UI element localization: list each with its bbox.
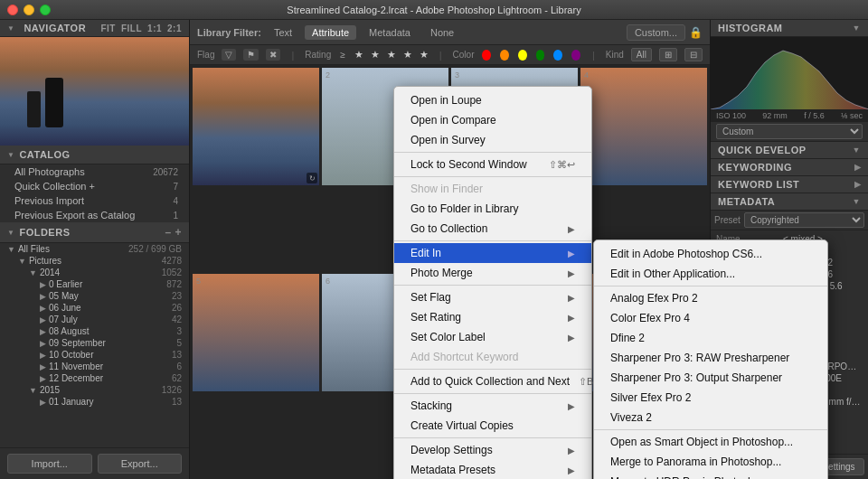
submenu-sharpener-output[interactable]: Sharpener Pro 3: Output Sharpener [594,368,827,388]
menu-go-to-collection[interactable]: Go to Collection ▶ [394,219,591,239]
submenu-analog-efex[interactable]: Analog Efex Pro 2 [594,288,827,308]
photo-cell-1[interactable]: 1 ↻ [193,68,319,185]
folder-0-earlier[interactable]: ▶ 0 Earlier 872 [0,278,189,290]
submenu-merge-panorama[interactable]: Merge to Panorama in Photoshop... [594,452,827,472]
menu-sep-6 [394,393,591,394]
filter-tab-none[interactable]: None [423,25,461,40]
menu-go-to-folder[interactable]: Go to Folder in Library [394,199,591,219]
catalog-prev-import[interactable]: Previous Import 4 [0,193,189,208]
menu-open-survey[interactable]: Open in Survey [394,130,591,150]
folder-10-october[interactable]: ▶ 10 October 13 [0,349,189,361]
menu-create-virtual-copies[interactable]: Create Virtual Copies [394,416,591,436]
folders-section: ▼ Folders – + ▼ All Files 252 / 699 GB ▼… [0,222,189,447]
quick-develop-header[interactable]: Quick Develop ▼ [711,142,868,159]
menu-stacking[interactable]: Stacking ▶ [394,396,591,416]
attr-star-1[interactable]: ★ [354,49,363,61]
attr-color-blue[interactable] [553,50,562,61]
catalog-prev-export[interactable]: Previous Export as Catalog 1 [0,208,189,222]
attr-kind-master[interactable]: ⊞ [659,48,677,61]
attr-star-5[interactable]: ★ [420,49,429,61]
zoom-2-1[interactable]: 2:1 [167,23,182,33]
keywording-header[interactable]: Keywording ▶ [711,159,868,176]
catalog-quick-collection[interactable]: Quick Collection + 7 [0,179,189,193]
filter-tab-text[interactable]: Text [267,25,299,40]
menu-photo-merge[interactable]: Photo Merge ▶ [394,263,591,283]
histogram-header[interactable]: Histogram ▼ [711,20,868,37]
menu-open-loupe[interactable]: Open in Loupe [394,90,591,110]
metadata-header[interactable]: Metadata ▼ [711,193,868,211]
attr-flag-rejected[interactable]: ✖ [266,49,280,61]
keyword-list-label: Keyword List [718,179,799,190]
maximize-button[interactable] [40,5,51,15]
metadata-preset-select[interactable]: Copyrighted [744,212,864,228]
attr-color-yellow[interactable] [518,50,527,61]
submenu-viveza[interactable]: Viveza 2 [594,408,827,427]
folder-2015[interactable]: ▼ 2015 1326 [0,384,189,396]
navigator-thumbnail [0,37,189,146]
menu-open-compare[interactable]: Open in Compare [394,110,591,130]
attr-color-green[interactable] [536,50,545,61]
import-button[interactable]: Import... [7,454,92,474]
attr-star-2[interactable]: ★ [371,49,380,61]
export-button[interactable]: Export... [98,454,183,474]
zoom-fill[interactable]: FILL [121,23,142,33]
menu-set-rating[interactable]: Set Rating ▶ [394,307,591,327]
filter-lock-icon[interactable]: 🔒 [689,26,703,39]
submenu-color-efex[interactable]: Color Efex Pro 4 [594,308,827,328]
folder-05-may[interactable]: ▶ 05 May 23 [0,290,189,302]
folder-2014-label: 2014 [40,268,60,277]
menu-set-flag[interactable]: Set Flag ▶ [394,287,591,307]
menu-set-color-label[interactable]: Set Color Label ▶ [394,327,591,347]
menu-develop-settings[interactable]: Develop Settings ▶ [394,440,591,460]
attr-color-orange[interactable] [500,50,509,61]
filter-tab-metadata[interactable]: Metadata [362,25,418,40]
folder-09-september[interactable]: ▶ 09 September 5 [0,337,189,349]
photo-cell-5[interactable]: 5 [193,274,319,391]
attr-star-3[interactable]: ★ [387,49,396,61]
folders-header[interactable]: ▼ Folders – + [0,222,189,243]
submenu-photoshop-cs6[interactable]: Edit in Adobe Photoshop CS6... [594,244,827,264]
attr-flag-flagged[interactable]: ⚑ [243,49,259,61]
nav-tree-2 [45,78,63,127]
folders-add-remove[interactable]: – + [165,226,182,239]
filter-tab-attribute[interactable]: Attribute [305,25,356,40]
keyword-list-header[interactable]: Keyword List ▶ [711,176,868,193]
menu-edit-in[interactable]: Edit In ▶ [394,243,591,263]
folder-01-january[interactable]: ▶ 01 January 13 [0,396,189,408]
attr-kind-all[interactable]: All [631,48,652,61]
attr-color-purple[interactable] [571,50,580,61]
submenu-smart-object[interactable]: Open as Smart Object in Photoshop... [594,432,827,452]
attr-flag-any[interactable]: ▽ [222,49,236,61]
filter-custom-button[interactable]: Custom... [627,24,685,41]
catalog-all-photos[interactable]: All Photographs 20672 [0,164,189,179]
attr-star-4[interactable]: ★ [403,49,412,61]
submenu-dfine[interactable]: Dfine 2 [594,328,827,348]
folder-08-august[interactable]: ▶ 08 August 3 [0,325,189,337]
qd-preset-select[interactable]: Custom [716,124,863,139]
attr-color-red[interactable] [482,50,491,61]
submenu-silver-efex[interactable]: Silver Efex Pro 2 [594,388,827,408]
folder-2014[interactable]: ▼ 2014 1052 [0,267,189,278]
close-button[interactable] [7,5,18,15]
menu-metadata-presets[interactable]: Metadata Presets ▶ [394,460,591,479]
submenu-sharpener-raw[interactable]: Sharpener Pro 3: RAW Presharpener [594,348,827,368]
folder-07-july[interactable]: ▶ 07 July 42 [0,314,189,325]
photo-cell-4[interactable]: 4 [580,68,707,185]
menu-add-to-quick-collection[interactable]: Add to Quick Collection and Next ⇧B [394,371,591,391]
folder-11-november[interactable]: ▶ 11 November 6 [0,361,189,372]
submenu-edit-in: Edit in Adobe Photoshop CS6... Edit in O… [593,240,828,479]
catalog-header[interactable]: ▼ Catalog [0,146,189,164]
attr-kind-virtual[interactable]: ⊟ [684,48,703,61]
folder-06-june[interactable]: ▶ 06 June 26 [0,302,189,314]
zoom-1-1[interactable]: 1:1 [147,23,162,33]
folder-pictures[interactable]: ▼ Pictures 4278 [0,255,189,267]
folder-12-december[interactable]: ▶ 12 December 62 [0,372,189,384]
menu-lock-second-window[interactable]: Lock to Second Window ⇧⌘↩ [394,155,591,174]
folder-all-files[interactable]: ▼ All Files 252 / 699 GB [0,243,189,255]
zoom-fit[interactable]: FIT [100,23,116,33]
submenu-merge-hdr[interactable]: Merge to HDR Pro in Photoshop... [594,472,827,479]
minimize-button[interactable] [24,5,34,15]
folder-08aug-count: 3 [176,326,182,336]
submenu-other-app[interactable]: Edit in Other Application... [594,264,827,284]
navigator-header[interactable]: ▼ Navigator FIT FILL 1:1 2:1 [0,20,189,37]
